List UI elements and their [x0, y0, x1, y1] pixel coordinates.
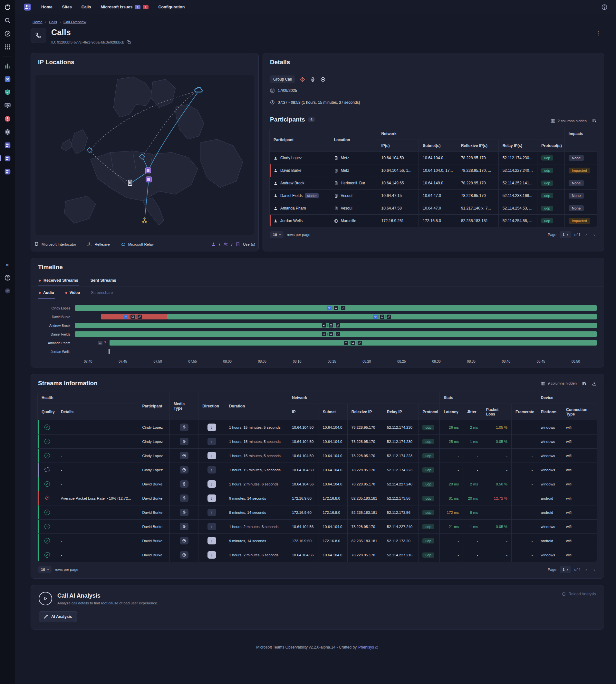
teams-app-icon-3[interactable] — [3, 168, 11, 175]
apps-grid-icon[interactable] — [3, 43, 11, 50]
cell-subnet: 10.64.104.0 — [318, 463, 347, 477]
record-icon — [180, 466, 189, 473]
participant-row[interactable]: Daniel Fieldsstarter Vesoul 10.64.47.15 … — [270, 190, 597, 202]
starter-badge: starter — [305, 193, 318, 198]
filter-video[interactable]: ◆Video — [64, 291, 81, 298]
download-icon[interactable] — [592, 381, 597, 386]
nav-home[interactable]: Home — [41, 5, 52, 9]
blue-app-icon[interactable] — [3, 75, 11, 83]
prev-page-icon[interactable]: ‹ — [584, 567, 589, 573]
stream-row[interactable]: - Cindy Lopez 1 hours, 15 minutes, 5 sec… — [38, 463, 597, 477]
next-page-icon[interactable]: › — [592, 567, 597, 573]
event-icon-cluster[interactable]: | | — [322, 323, 340, 327]
phenisys-link[interactable]: Phenisys — [358, 645, 378, 649]
nav-configuration[interactable]: Configuration — [158, 5, 184, 9]
volume-icon — [322, 323, 326, 327]
help-icon[interactable] — [3, 274, 11, 281]
search-icon[interactable] — [3, 17, 11, 24]
stream-row[interactable]: - Cindy Lopez 1 hours, 15 minutes, 5 sec… — [38, 449, 597, 463]
participant-row[interactable]: David Burke Metz 10.64.104.56, 1... 10.6… — [270, 164, 597, 177]
participant-row[interactable]: Cindy Lopez Metz 10.64.104.50 10.64.104.… — [270, 152, 597, 164]
stream-row[interactable]: - David Burke 1 hours, 2 minutes, 6 seco… — [38, 548, 597, 562]
stream-row[interactable]: - David Burke 9 minutes, 14 seconds 172.… — [38, 506, 597, 520]
timeline-track[interactable]: | | | | — [74, 314, 597, 319]
filter-screenshare[interactable]: Screenshare — [90, 291, 113, 298]
page-select[interactable]: 1▾ — [559, 566, 571, 573]
breadcrumb-current[interactable]: Call Overview — [64, 20, 86, 24]
event-icon-cluster[interactable]: | | — [327, 306, 345, 310]
rows-per-page-select[interactable]: 10▾ — [270, 231, 284, 238]
timeline-track[interactable]: | | — [74, 332, 597, 337]
axis-tick-label: 08:50 — [572, 359, 580, 363]
stream-row[interactable]: - Cindy Lopez 1 hours, 15 minutes, 5 sec… — [38, 434, 597, 449]
timeline-row: Amanda Pham | | — [38, 339, 597, 347]
participant-row[interactable]: Andrew Brock Herimenil_Bur 10.64.149.65 … — [270, 177, 597, 190]
help-circle-icon[interactable] — [601, 4, 608, 10]
rows-per-page-select[interactable]: 10▾ — [38, 566, 51, 573]
reload-analysis-button[interactable]: Reload Analysis — [562, 592, 596, 596]
stream-row[interactable]: Average Packet Loss Rate > 10% (12.72...… — [38, 491, 597, 506]
columns-hidden-control[interactable]: 2 columns hidden — [551, 118, 587, 123]
event-icon-cluster[interactable]: | | — [373, 315, 392, 319]
timeline-track[interactable]: | | — [74, 323, 597, 328]
security-app-icon[interactable] — [3, 88, 11, 96]
kebab-menu-icon[interactable]: ⋮ — [592, 28, 604, 38]
ip-locations-map[interactable] — [36, 75, 254, 235]
short-stream-tick[interactable] — [109, 349, 110, 354]
camera-app-icon[interactable] — [3, 128, 11, 136]
app-logo-icon[interactable] — [3, 3, 11, 11]
event-icon-cluster[interactable]: | | — [124, 315, 142, 319]
cell-subnet: 10.64.47.0 — [419, 202, 457, 215]
tab-sent-streams[interactable]: Sent Streams — [90, 275, 117, 286]
tab-received-streams[interactable]: ◆Received Streams — [38, 275, 79, 286]
timeline-track[interactable]: | | ...? — [74, 340, 597, 345]
quality-ok-icon — [44, 524, 50, 529]
stream-row[interactable]: - David Burke 1 hours, 2 minutes, 6 seco… — [38, 477, 597, 491]
next-page-icon[interactable]: › — [592, 232, 597, 238]
stream-row[interactable]: - Cindy Lopez 1 hours, 15 minutes, 5 sec… — [38, 420, 597, 434]
timeline-track[interactable] — [74, 349, 597, 354]
globe-icon — [334, 219, 338, 223]
phenisys-play-icon[interactable] — [3, 30, 11, 37]
teams-app-icon-2-active[interactable] — [3, 154, 11, 162]
stream-row[interactable]: - David Burke 9 minutes, 14 seconds 172.… — [38, 534, 597, 548]
cell-framerate: - — [512, 420, 537, 434]
direction-icon — [207, 438, 216, 445]
wifi-icon — [124, 315, 128, 319]
expand-sidebar-icon[interactable]: » — [3, 260, 11, 268]
profile-icon[interactable]: P — [3, 287, 11, 295]
unknown-event-marker[interactable]: ...? — [98, 340, 106, 345]
timeline-track[interactable]: | | — [74, 305, 597, 311]
filter-audio[interactable]: ◆Audio — [38, 291, 55, 298]
nav-sites[interactable]: Sites — [62, 5, 72, 9]
filter-icon[interactable] — [582, 381, 587, 386]
columns-hidden-control[interactable]: 9 columns hidden — [541, 381, 577, 386]
prev-page-icon[interactable]: ‹ — [584, 232, 589, 238]
breadcrumb-home[interactable]: Home — [32, 20, 43, 24]
alerts-app-icon[interactable] — [3, 115, 11, 123]
nav-calls[interactable]: Calls — [82, 5, 91, 9]
participant-row[interactable]: Amanda Pham Vesoul 10.64.47.58 10.64.47.… — [270, 202, 597, 215]
call-audio-icon — [310, 77, 315, 82]
stream-row[interactable]: - David Burke 1 hours, 2 minutes, 6 seco… — [38, 520, 597, 534]
cell-reflexive: 78.228.95.170 — [457, 177, 499, 190]
event-icon-cluster[interactable]: | | — [344, 341, 362, 345]
breadcrumb-calls[interactable]: Calls — [49, 20, 57, 24]
cell-framerate: - — [512, 506, 537, 520]
ai-analysis-button[interactable]: AI Analysis — [39, 611, 77, 622]
app-root: » P Home Sites Calls Microsoft Issues 1 … — [0, 0, 616, 684]
monitoring-app-icon[interactable] — [3, 102, 11, 109]
page-select[interactable]: 1▾ — [559, 231, 571, 238]
direction-icon — [207, 509, 216, 516]
cell-subnet: 172.16.8.0 — [419, 215, 457, 227]
filter-icon[interactable] — [592, 118, 597, 123]
participant-row[interactable]: Jordan Wells Marseille 172.16.9.251 172.… — [270, 215, 597, 227]
copy-icon[interactable] — [127, 40, 131, 44]
teams-app-icon-1[interactable] — [3, 141, 11, 149]
nav-microsoft-issues[interactable]: Microsoft Issues 1 1 — [101, 5, 149, 9]
cell-reflexive: 82.235.183.181 — [457, 215, 499, 227]
call-alert-icon — [300, 77, 305, 82]
reports-app-icon[interactable] — [3, 62, 11, 70]
event-icon-cluster[interactable]: | | — [322, 332, 340, 336]
svg-text:P: P — [6, 289, 8, 293]
